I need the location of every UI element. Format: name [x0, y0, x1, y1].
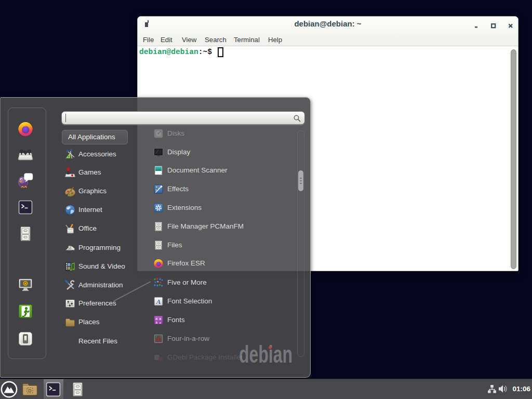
- svg-text:a: a: [155, 320, 157, 324]
- svg-text:a: a: [159, 320, 161, 324]
- svg-text:A: A: [156, 297, 161, 305]
- svg-text:a: a: [155, 316, 157, 320]
- svg-text:a: a: [159, 316, 161, 320]
- svg-text:D: D: [28, 388, 32, 393]
